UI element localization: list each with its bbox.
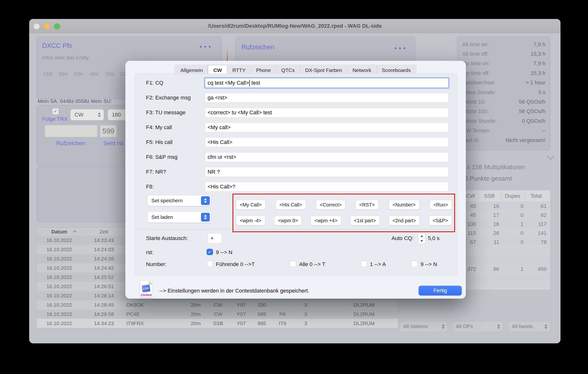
f7-nr-input[interactable]: NR ?	[205, 167, 449, 177]
score-totals-row: 372861459	[464, 264, 550, 273]
stat-label: CW Tempo:	[462, 127, 490, 134]
filter-stations-select[interactable]: All stations	[400, 321, 448, 332]
set-load-popup[interactable]: Set laden	[147, 212, 211, 223]
stat-label: All time on:	[462, 41, 489, 48]
footer-note: --> Einstellungen werden in der Contestd…	[159, 288, 309, 294]
callsign-input[interactable]	[45, 125, 97, 137]
stepper-up-icon[interactable]	[418, 233, 425, 239]
number-1a-checkbox[interactable]	[361, 261, 367, 267]
macro-run-button[interactable]: <Run>	[430, 200, 452, 210]
cw-settings-dialog: Allgemein CW RTTY Phone QTCs DX-Spot Far…	[125, 61, 466, 299]
f3-label: F3: TU message	[146, 108, 185, 117]
stat-value: 15,3 h	[531, 51, 546, 57]
score-row: 6711078	[464, 238, 550, 247]
rufzeichen-menu-dots-icon[interactable]: •••	[395, 44, 408, 52]
score-row: 4517062	[464, 211, 550, 220]
auto-cq-label: Auto CQ:	[392, 235, 413, 242]
rufzeichen-panel-title: Rufzeichen	[242, 43, 274, 51]
chevron-updown-icon	[545, 324, 547, 329]
macro-wpm-plus4-button[interactable]: <wpm +4>	[311, 216, 341, 225]
number-row-label: Number:	[146, 261, 167, 267]
stat-label: All time off:	[462, 51, 488, 57]
titlebar: /Users/dl2rum/Desktop/RUMlog-New/WAG_202…	[29, 19, 560, 33]
auto-cq-stepper[interactable]	[418, 233, 425, 244]
score-table: CW SSB Dupes Total 4516061 4517062 10016…	[464, 190, 551, 290]
chevron-down-icon[interactable]	[546, 152, 554, 160]
f1-label: F1: CQ	[146, 78, 163, 88]
exchange-start-input[interactable]: +	[208, 233, 222, 243]
stat-label: Diese Stunde:	[462, 89, 496, 96]
f4-label: F4: My call	[146, 122, 172, 132]
folge-trx-checkbox[interactable]: ✓	[52, 108, 59, 114]
dxcc-menu-dots-icon[interactable]: •••	[200, 43, 213, 51]
macro-2nd-part-button[interactable]: <2nd part>	[389, 216, 420, 225]
macro-sp-button[interactable]: <S&P>	[429, 216, 452, 225]
stepper-down-icon[interactable]	[418, 239, 425, 244]
macro-correct-button[interactable]: <Correct>	[316, 200, 345, 210]
f5-hiscall-input[interactable]: <His Call>	[205, 137, 449, 147]
set-save-popup[interactable]: Set speichern	[147, 195, 211, 206]
macro-my-call-button[interactable]: <My Call>	[236, 200, 265, 210]
number-9n-checkbox[interactable]	[411, 261, 418, 267]
text-caret	[249, 80, 250, 86]
rst-row-label: rst:	[146, 249, 154, 256]
exchange-start-label: Starte Austausch:	[146, 235, 188, 242]
number-all0-label: Alle 0 --> T	[299, 261, 326, 267]
score-row: 115260141	[464, 229, 550, 238]
macro-1st-part-button[interactable]: <1st part>	[350, 216, 380, 225]
f2-exchange-input[interactable]: ga <rst>	[205, 93, 449, 103]
stat-value: 15,3 h	[531, 70, 546, 76]
number-1a-label: 1 --> A	[370, 261, 386, 267]
macro-wpm-minus4-button[interactable]: <wpm -4>	[236, 216, 265, 225]
score-row: 100161117	[464, 220, 550, 229]
macro-his-call-button[interactable]: <His Call>	[275, 200, 306, 210]
stat-value: –	[543, 127, 546, 134]
col-header-zeit[interactable]: Zeit	[87, 228, 121, 236]
rate-stats-panel: All time on:7,9 h All time off:15,3 h Op…	[457, 37, 550, 150]
number-all0-checkbox[interactable]	[290, 261, 296, 267]
mein-sa-label: Mein SA: 0448z-0558z Mein SU:	[38, 98, 112, 104]
f8-label: F8:	[146, 182, 154, 192]
f8-input[interactable]: <His Call>?	[205, 182, 449, 192]
f1-cq-input[interactable]: cq test <My Call> test	[205, 78, 449, 88]
f5-label: F5: His call	[146, 137, 173, 147]
stat-value: 56 QSOs/h	[519, 99, 546, 105]
f4-mycall-input[interactable]: <My call>	[205, 122, 449, 132]
f6-label: F6: S&P msg	[146, 152, 178, 162]
table-row-selected[interactable]: 16.10.202214:34:23 IT9FRX 20m SSB Y07 98…	[37, 319, 398, 328]
score-col-total: Total	[525, 190, 547, 202]
chevron-updown-icon	[497, 324, 500, 329]
macro-rst-button[interactable]: <RST>	[355, 200, 378, 210]
chevron-updown-icon	[98, 112, 101, 117]
score-row: 4516061	[464, 202, 550, 211]
filter-ops-select[interactable]: All OPs	[452, 321, 503, 332]
table-row[interactable]: 16.10.202214:28:45 OK6OK 20m CW Y07 330 …	[37, 300, 398, 310]
main-window: /Users/dl2rum/Desktop/RUMlog-New/WAG_202…	[29, 19, 560, 343]
stat-label: Op time on:	[462, 60, 490, 67]
macro-number-button[interactable]: <Number>	[389, 200, 420, 210]
f2-label: F2: Exchange msg	[146, 93, 190, 103]
rst-9n-checkbox[interactable]: ✓	[207, 249, 213, 255]
rst-9n-label: 9 --> N	[216, 249, 232, 256]
cw-tab-content: F1: CQ cq test <My Call> test F2: Exchan…	[135, 74, 458, 275]
f6-sp-input[interactable]: cfm ur <rst>	[205, 152, 449, 162]
table-row[interactable]: 16.10.202214:29:58 PC4E 20m CW Y07 089 P…	[37, 310, 398, 319]
dxcc-panel-subtitle: Infos über das Entity	[42, 55, 89, 61]
folge-trx-label: Folge TRX	[42, 116, 68, 122]
dxcc-panel-title: DXCC Pfx	[42, 42, 72, 50]
col-header-datum[interactable]: Datum	[42, 228, 77, 236]
fertig-button[interactable]: Fertig	[419, 286, 462, 295]
stat-label: Op time off:	[462, 70, 490, 76]
sent-rst-caption: Sent rst	[103, 140, 123, 147]
macro-wpm-0-button[interactable]: <wpm 0>	[274, 216, 302, 225]
stat-value: 56 QSOs/h	[519, 108, 546, 114]
score-col-ssb: SSB	[478, 190, 500, 202]
mode-select[interactable]: CW	[70, 109, 104, 120]
f3-tu-input[interactable]: <correct> tu <My Call> test	[205, 108, 449, 117]
filter-bands-select[interactable]: All bands	[508, 321, 551, 332]
rst-input[interactable]: 599	[100, 125, 116, 137]
score-col-dupes: Dupes	[502, 190, 524, 202]
number-leading0-checkbox[interactable]	[207, 261, 213, 267]
auto-cq-value: 5,0 s	[428, 235, 440, 242]
chevron-updown-icon	[201, 196, 210, 205]
